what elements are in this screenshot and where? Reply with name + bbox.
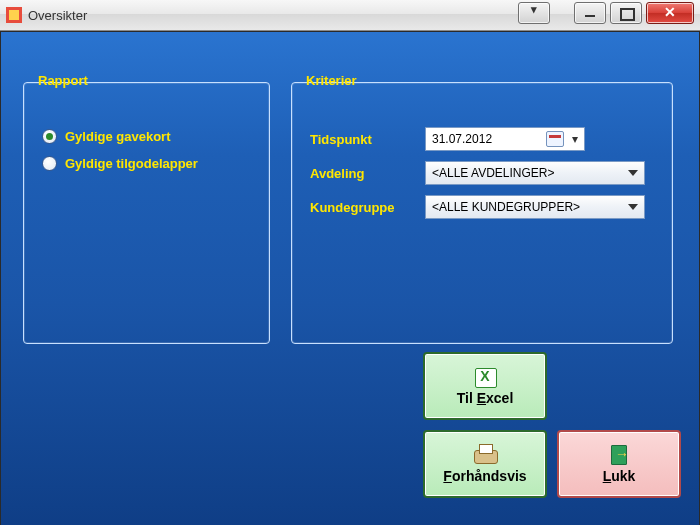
rapport-group: Rapport Gyldige gavekort Gyldige tilgode… bbox=[23, 82, 270, 344]
input-tidspunkt[interactable]: 31.07.2012 ▾ bbox=[425, 127, 585, 151]
radio-gyldige-tilgodelapper[interactable]: Gyldige tilgodelapper bbox=[42, 156, 269, 171]
chevron-down-icon bbox=[628, 170, 638, 176]
select-avdeling[interactable]: <ALLE AVDELINGER> bbox=[425, 161, 645, 185]
row-tidspunkt: Tidspunkt 31.07.2012 ▾ bbox=[310, 127, 672, 151]
kriterier-group: Kriterier Tidspunkt 31.07.2012 ▾ Avdelin… bbox=[291, 82, 673, 344]
close-label: Lukk bbox=[603, 468, 636, 484]
excel-icon bbox=[471, 366, 499, 388]
tidspunkt-value: 31.07.2012 bbox=[432, 132, 492, 146]
chevron-down-icon bbox=[628, 204, 638, 210]
client-area: Rapport Gyldige gavekort Gyldige tilgode… bbox=[0, 31, 700, 525]
minimize-button[interactable] bbox=[574, 2, 606, 24]
kriterier-legend-text: Kriterier bbox=[306, 73, 357, 88]
radio-gyldige-gavekort[interactable]: Gyldige gavekort bbox=[42, 129, 269, 144]
chevron-down-icon: ▾ bbox=[568, 132, 582, 146]
app-icon bbox=[6, 7, 22, 23]
preview-button[interactable]: Forhåndsvis bbox=[423, 430, 547, 498]
label-kundegruppe: Kundegruppe bbox=[310, 200, 425, 215]
label-avdeling: Avdeling bbox=[310, 166, 425, 181]
window-buttons: ▾ ✕ bbox=[518, 2, 694, 24]
row-avdeling: Avdeling <ALLE AVDELINGER> bbox=[310, 161, 672, 185]
close-app-button[interactable]: Lukk bbox=[557, 430, 681, 498]
rapport-legend-text: Rapport bbox=[38, 73, 88, 88]
radio-icon bbox=[42, 156, 57, 171]
exit-icon bbox=[605, 444, 633, 466]
label-tidspunkt: Tidspunkt bbox=[310, 132, 425, 147]
help-dropdown-button[interactable]: ▾ bbox=[518, 2, 550, 24]
preview-label: Forhåndsvis bbox=[443, 468, 526, 484]
titlebar: Oversikter ▾ ✕ bbox=[0, 0, 700, 31]
window-title: Oversikter bbox=[28, 8, 87, 23]
row-kundegruppe: Kundegruppe <ALLE KUNDEGRUPPER> bbox=[310, 195, 672, 219]
printer-icon bbox=[471, 444, 499, 466]
maximize-button[interactable] bbox=[610, 2, 642, 24]
kundegruppe-value: <ALLE KUNDEGRUPPER> bbox=[432, 200, 580, 214]
radio-label: Gyldige gavekort bbox=[65, 129, 170, 144]
kriterier-legend: Kriterier bbox=[302, 73, 361, 88]
calendar-icon bbox=[546, 131, 564, 147]
avdeling-value: <ALLE AVDELINGER> bbox=[432, 166, 555, 180]
select-kundegruppe[interactable]: <ALLE KUNDEGRUPPER> bbox=[425, 195, 645, 219]
radio-icon bbox=[42, 129, 57, 144]
rapport-legend: Rapport bbox=[34, 73, 92, 88]
close-button[interactable]: ✕ bbox=[646, 2, 694, 24]
radio-label: Gyldige tilgodelapper bbox=[65, 156, 198, 171]
to-excel-button[interactable]: Til Excel bbox=[423, 352, 547, 420]
to-excel-label: Til Excel bbox=[457, 390, 514, 406]
